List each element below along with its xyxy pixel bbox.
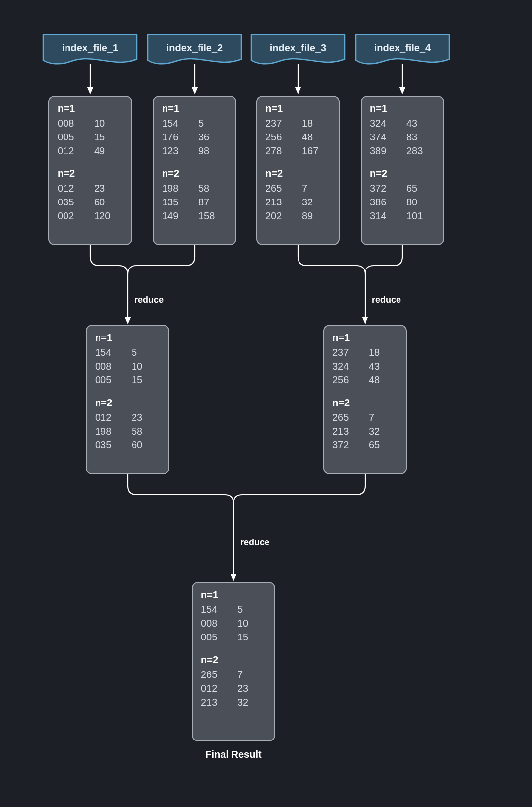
edge	[225, 495, 242, 504]
cell-key: 008	[58, 118, 74, 129]
edge	[356, 266, 374, 274]
cell-val: 49	[94, 145, 105, 156]
cell-val: 167	[302, 145, 318, 156]
edge	[128, 474, 225, 495]
edge-label-reduce-final: reduce	[240, 538, 269, 547]
cell-key: 005	[95, 374, 111, 385]
cell-val: 43	[369, 361, 380, 371]
section-header: n=1	[201, 589, 218, 600]
cell-val: 60	[94, 197, 105, 207]
cell-val: 23	[94, 183, 105, 194]
cell-val: 23	[132, 412, 142, 423]
section-header: n=2	[162, 168, 179, 179]
cell-key: 123	[162, 145, 178, 156]
edge	[298, 245, 356, 266]
cell-val: 36	[199, 132, 209, 142]
edge	[136, 245, 195, 266]
section-header: n=2	[332, 397, 350, 408]
cell-val: 48	[302, 132, 313, 142]
svg-text:index_file_3: index_file_3	[270, 42, 327, 53]
final-result-label: Final Result	[205, 749, 262, 760]
cell-val: 80	[406, 197, 417, 207]
cell-key: 008	[95, 361, 111, 371]
cell-key: 324	[370, 118, 386, 129]
cell-key: 154	[162, 118, 178, 129]
cell-val: 10	[132, 361, 142, 371]
cell-val: 58	[199, 183, 209, 194]
section-header: n=1	[370, 103, 387, 114]
cell-key: 237	[266, 118, 282, 129]
cell-key: 374	[370, 132, 386, 142]
svg-text:index_file_1: index_file_1	[62, 42, 119, 53]
cell-val: 7	[237, 669, 243, 680]
cell-key: 035	[95, 439, 111, 450]
cell-val: 15	[237, 632, 248, 642]
cell-key: 265	[266, 183, 282, 194]
cell-key: 012	[95, 412, 111, 423]
cell-val: 5	[199, 118, 204, 129]
cell-key: 005	[58, 132, 74, 142]
edge	[90, 245, 119, 266]
cell-val: 15	[132, 374, 142, 385]
section-header: n=2	[58, 168, 75, 179]
cell-key: 149	[162, 210, 178, 221]
cell-val: 15	[94, 132, 105, 142]
cell-val: 10	[237, 618, 248, 629]
section-header: n=2	[370, 168, 387, 179]
edge	[119, 266, 136, 274]
cell-key: 237	[332, 347, 349, 358]
cell-key: 005	[201, 632, 217, 642]
cell-val: 23	[237, 683, 248, 694]
cell-key: 256	[266, 132, 282, 142]
cell-val: 7	[369, 412, 374, 423]
cell-key: 278	[266, 145, 282, 156]
cell-val: 65	[369, 439, 380, 450]
cell-val: 43	[406, 118, 417, 129]
cell-key: 265	[201, 669, 217, 680]
svg-text:index_file_4: index_file_4	[374, 42, 431, 53]
cell-key: 202	[266, 210, 282, 221]
cell-key: 012	[58, 183, 74, 194]
cell-key: 135	[162, 197, 178, 207]
edge-label-reduce-right: reduce	[372, 295, 401, 304]
cell-key: 372	[370, 183, 386, 194]
cell-val: 120	[94, 210, 110, 221]
cell-val: 98	[199, 145, 209, 156]
cell-key: 198	[162, 183, 178, 194]
cell-val: 5	[237, 604, 243, 615]
cell-key: 035	[58, 197, 74, 207]
cell-key: 256	[332, 374, 349, 385]
cell-key: 213	[332, 426, 349, 437]
cell-val: 89	[302, 210, 313, 221]
cell-key: 154	[201, 604, 217, 615]
cell-val: 18	[369, 347, 380, 358]
cell-key: 265	[332, 412, 349, 423]
cell-val: 58	[132, 426, 142, 437]
cell-key: 012	[58, 145, 74, 156]
section-header: n=1	[162, 103, 179, 114]
cell-val: 65	[406, 183, 417, 194]
cell-val: 101	[406, 210, 423, 221]
section-header: n=2	[95, 397, 112, 408]
cell-key: 176	[162, 132, 178, 142]
cell-key: 154	[95, 347, 111, 358]
cell-key: 213	[266, 197, 282, 207]
section-header: n=1	[95, 332, 112, 343]
section-header: n=2	[266, 168, 283, 179]
cell-val: 18	[302, 118, 313, 129]
cell-key: 002	[58, 210, 74, 221]
cell-key: 198	[95, 426, 111, 437]
cell-val: 83	[406, 132, 417, 142]
cell-val: 283	[406, 145, 423, 156]
section-header: n=2	[201, 654, 218, 665]
cell-key: 314	[370, 210, 386, 221]
cell-key: 213	[201, 697, 217, 707]
cell-key: 324	[332, 361, 349, 371]
cell-val: 32	[369, 426, 380, 437]
section-header: n=1	[332, 332, 350, 343]
edge-label-reduce-left: reduce	[134, 295, 164, 304]
cell-val: 48	[369, 374, 380, 385]
cell-val: 87	[199, 197, 209, 207]
cell-key: 372	[332, 439, 349, 450]
cell-key: 008	[201, 618, 217, 629]
